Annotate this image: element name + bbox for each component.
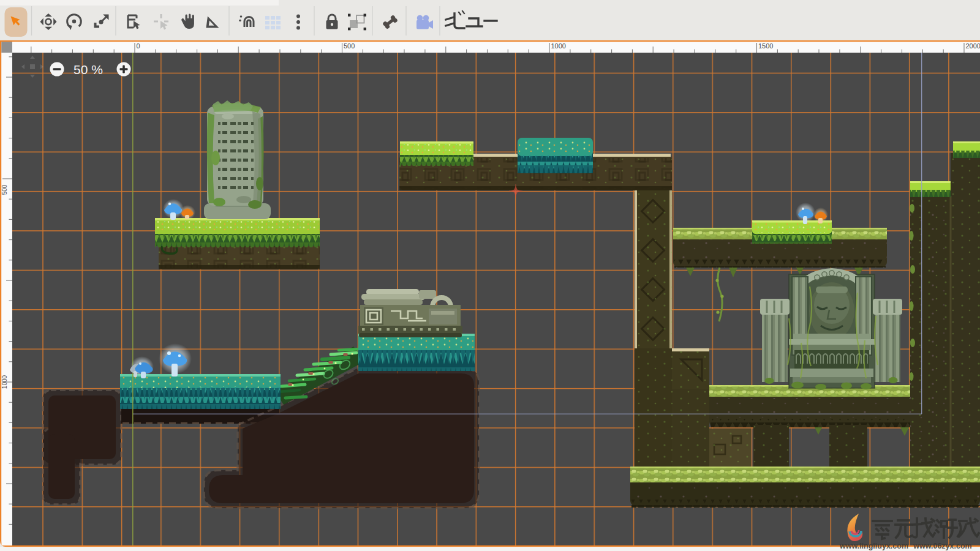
svg-text:2000: 2000 <box>966 42 980 50</box>
svg-text:1000: 1000 <box>1 375 8 389</box>
svg-text:0: 0 <box>137 42 140 50</box>
svg-text:1500: 1500 <box>758 42 773 50</box>
svg-text:50 %: 50 % <box>74 62 103 77</box>
svg-text:500: 500 <box>344 42 355 50</box>
svg-text:www.06zyx.com: www.06zyx.com <box>913 542 971 550</box>
svg-text:www.lingliuyx.com: www.lingliuyx.com <box>839 542 908 550</box>
svg-text:500: 500 <box>1 184 8 195</box>
svg-text:1000: 1000 <box>551 42 566 50</box>
